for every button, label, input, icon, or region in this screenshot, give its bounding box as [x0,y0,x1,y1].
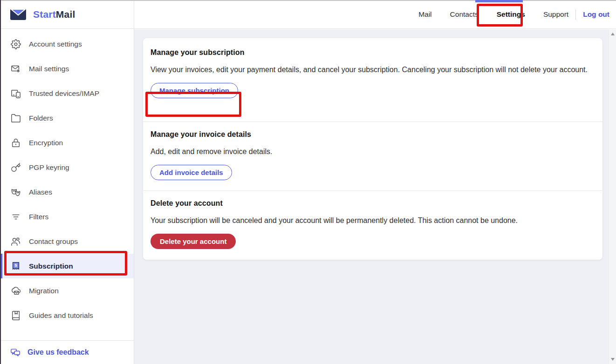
subscription-settings-card: Manage your subscription View your invoi… [143,38,602,260]
sidebar-item-label: Aliases [29,188,52,196]
section-title: Manage your subscription [151,48,595,57]
section-manage-subscription: Manage your subscription View your invoi… [143,38,602,121]
section-title: Delete your account [151,199,595,208]
window-left-edge [0,0,1,364]
section-invoice-details: Manage your invoice details Add, edit an… [143,122,602,190]
receipt-icon: $ [11,261,21,271]
section-description: Your subscription will be canceled and y… [151,215,595,226]
window-top-edge [0,0,616,1]
manage-subscription-button[interactable]: Manage subscription [151,83,238,98]
scroll-down-arrow-icon[interactable] [611,358,615,361]
svg-text:$: $ [14,263,17,268]
sidebar-item-encryption[interactable]: Encryption [0,130,134,155]
sidebar-item-label: Guides and tutorials [29,311,93,320]
top-nav: Mail Contacts Settings Support Log out [134,0,616,29]
sidebar-item-mail-settings[interactable]: Mail settings [0,56,134,81]
sidebar-item-migration[interactable]: Migration [0,278,134,303]
folder-icon [11,113,21,123]
nav-mail[interactable]: Mail [418,10,431,19]
nav-support[interactable]: Support [543,10,568,19]
give-feedback-label: Give us feedback [27,348,89,357]
scrollbar[interactable] [609,29,616,364]
sidebar-item-label: Folders [29,114,53,122]
sidebar-item-filters[interactable]: Filters [0,204,134,229]
delete-account-button[interactable]: Delete your account [151,234,236,249]
startmail-logo[interactable]: StartMail [0,0,134,29]
sidebar-item-pgp-keyring[interactable]: PGP keyring [0,155,134,180]
section-title: Manage your invoice details [151,130,595,139]
feedback-chat-icon [10,347,21,357]
cloud-mail-icon [11,286,21,296]
people-icon [11,236,21,247]
devices-icon [11,88,21,99]
nav-logout[interactable]: Log out [583,10,609,19]
key-icon [11,162,21,173]
sidebar-item-label: Account settings [29,40,82,48]
nav-divider [575,9,576,20]
sidebar-item-label: Subscription [29,262,73,270]
section-description: Add, edit and remove invoice details. [151,146,595,157]
sidebar: StartMail Account settings Mail settings… [0,0,134,364]
sidebar-item-subscription[interactable]: $ Subscription [0,254,134,278]
sidebar-item-label: Filters [29,213,48,221]
sidebar-item-label: Trusted devices/IMAP [29,89,99,98]
sidebar-item-contact-groups[interactable]: Contact groups [0,229,134,254]
nav-settings[interactable]: Settings [497,10,525,19]
add-invoice-details-button[interactable]: Add invoice details [151,165,232,180]
sidebar-item-label: PGP keyring [29,163,69,172]
sidebar-item-label: Encryption [29,139,63,147]
logo-text: StartMail [33,9,75,20]
sidebar-item-label: Contact groups [29,237,78,246]
sidebar-item-aliases[interactable]: Aliases [0,180,134,204]
lock-icon [11,138,21,148]
sidebar-item-guides[interactable]: Guides and tutorials [0,303,134,328]
sidebar-item-account-settings[interactable]: Account settings [0,32,134,56]
section-description: View your invoices, edit your payment de… [151,64,595,75]
nav-contacts[interactable]: Contacts [450,10,479,19]
masks-icon [11,187,21,197]
sidebar-nav: Account settings Mail settings Trusted d… [0,29,134,328]
envelope-logo-icon [10,7,27,21]
sidebar-item-label: Migration [29,287,59,295]
scroll-up-arrow-icon[interactable] [611,33,615,35]
gear-icon [11,39,21,49]
active-tab-indicator [475,0,523,2]
section-delete-account: Delete your account Your subscription wi… [143,191,602,259]
mail-gear-icon [11,64,21,74]
sidebar-item-trusted-devices[interactable]: Trusted devices/IMAP [0,81,134,106]
book-icon [11,310,21,321]
sidebar-item-folders[interactable]: Folders [0,106,134,130]
sidebar-item-label: Mail settings [29,65,69,73]
give-feedback-link[interactable]: Give us feedback [0,340,134,364]
filter-icon [11,212,21,222]
